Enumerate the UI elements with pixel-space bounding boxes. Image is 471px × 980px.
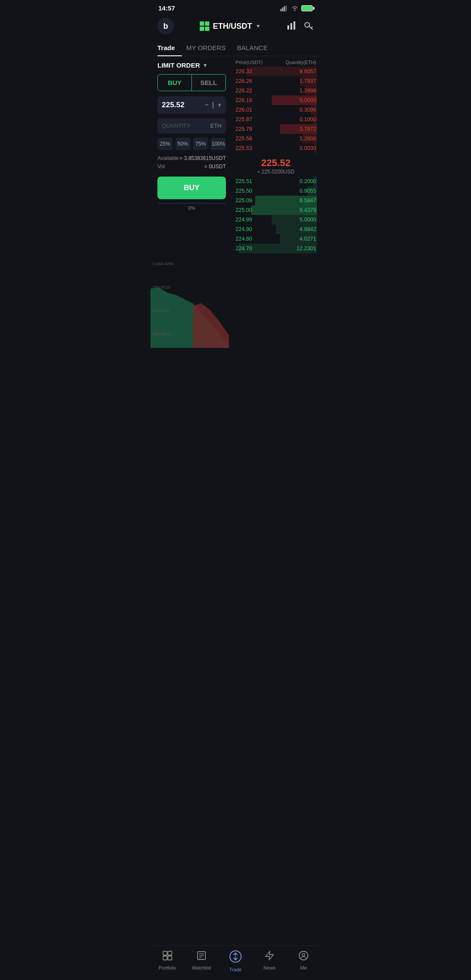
- bar-bg: [313, 115, 317, 124]
- bar-bg: [280, 234, 317, 244]
- nav-news[interactable]: News: [256, 950, 283, 972]
- pct-100-button[interactable]: 100%: [211, 138, 226, 150]
- nav-trade[interactable]: Trade: [222, 950, 249, 972]
- svg-text:261.6573: 261.6573: [153, 331, 171, 336]
- sell-order-row[interactable]: 226.01 0.3096: [235, 105, 317, 115]
- pct-50-button[interactable]: 50%: [175, 138, 191, 150]
- available-row: Available = 3.85383615USDT: [157, 155, 226, 161]
- svg-text:1,046.6294: 1,046.6294: [153, 261, 174, 266]
- orderbook-header: Price(USDT) Quantity(ETH): [235, 60, 317, 65]
- bar-bg: [255, 196, 317, 205]
- bottom-spacer: [150, 349, 321, 384]
- portfolio-icon: [162, 950, 173, 963]
- buy-price: 224.99: [236, 217, 252, 223]
- sell-price: 226.16: [236, 97, 252, 103]
- sell-order-row[interactable]: 225.53 0.0030: [235, 143, 317, 153]
- key-icon[interactable]: [304, 21, 314, 32]
- svg-text:523.3147: 523.3147: [153, 308, 171, 313]
- bar-bg: [251, 205, 317, 215]
- sell-order-row[interactable]: 225.87 0.1000: [235, 115, 317, 124]
- buy-order-row[interactable]: 225.51 0.2000: [235, 177, 317, 186]
- chart-bar-icon[interactable]: [287, 21, 296, 32]
- buy-order-row[interactable]: 225.50 0.9055: [235, 186, 317, 196]
- buy-order-row[interactable]: 224.90 4.8842: [235, 225, 317, 234]
- bar-bg: [280, 124, 317, 134]
- buy-orders: 225.51 0.2000 225.50 0.9055 225.09 8.584…: [235, 177, 317, 253]
- buy-price: 225.51: [236, 178, 252, 184]
- current-price-value: 225.52: [235, 157, 317, 169]
- left-panel: LIMIT ORDER ▼ BUY SELL − | + QUANTITY ET…: [150, 56, 231, 253]
- nav-portfolio[interactable]: Portfolio: [154, 950, 181, 972]
- trade-icon: [229, 950, 242, 965]
- buy-order-row[interactable]: 225.00 9.4379: [235, 205, 317, 215]
- buy-toggle[interactable]: BUY: [158, 75, 192, 91]
- price-header: Price(USDT): [236, 60, 263, 65]
- sell-order-row[interactable]: 226.26 1.7937: [235, 76, 317, 86]
- buy-order-row[interactable]: 224.80 4.0271: [235, 234, 317, 244]
- sell-orders: 226.32 9.8057 226.26 1.7937 226.22 1.399…: [235, 67, 317, 153]
- depth-chart-svg: 1,046.6294 784.9720 523.3147 261.6573: [150, 253, 229, 349]
- decrement-button[interactable]: −: [205, 101, 208, 109]
- sell-order-row[interactable]: 225.58 1.2600: [235, 134, 317, 143]
- time-display: 14:57: [158, 4, 175, 12]
- svg-rect-6: [290, 23, 292, 30]
- battery-icon: [301, 5, 313, 11]
- buy-order-row[interactable]: 224.70 12.2301: [235, 244, 317, 253]
- tab-balance[interactable]: BALANCE: [237, 40, 275, 56]
- percentage-buttons: 25% 50% 75% 100%: [157, 138, 226, 150]
- quantity-input-field[interactable]: QUANTITY ETH: [157, 118, 226, 133]
- svg-point-24: [299, 951, 308, 960]
- sell-order-row[interactable]: 226.22 1.3999: [235, 86, 317, 95]
- sell-order-row[interactable]: 225.79 3.7872: [235, 124, 317, 134]
- wifi-icon: [291, 5, 299, 11]
- sell-toggle[interactable]: SELL: [192, 75, 225, 91]
- order-type-selector[interactable]: LIMIT ORDER ▼: [157, 61, 226, 69]
- logo-button[interactable]: b: [157, 18, 174, 34]
- nav-me[interactable]: Me: [290, 950, 317, 972]
- available-label: Available: [157, 155, 178, 161]
- buy-price: 224.80: [236, 236, 252, 242]
- buy-order-row[interactable]: 224.99 5.0000: [235, 215, 317, 225]
- quantity-unit: ETH: [210, 122, 222, 129]
- svg-point-25: [302, 953, 305, 956]
- pair-selector-button[interactable]: ETH/USDT ▼: [200, 21, 261, 31]
- status-bar: 14:57: [150, 0, 321, 14]
- me-icon: [298, 950, 309, 963]
- sell-price: 226.22: [236, 88, 252, 94]
- increment-button[interactable]: +: [218, 101, 222, 109]
- nav-watchlist[interactable]: Watchlist: [188, 950, 215, 972]
- bar-bg: [276, 225, 317, 234]
- buy-price: 225.00: [236, 207, 252, 213]
- buy-order-row[interactable]: 225.09 8.5847: [235, 196, 317, 205]
- watchlist-icon: [196, 950, 207, 963]
- pct-75-button[interactable]: 75%: [193, 138, 208, 150]
- buy-price: 225.50: [236, 188, 252, 194]
- bar-bg: [305, 86, 317, 95]
- pair-grid-icon: [200, 21, 209, 31]
- price-input[interactable]: [162, 101, 205, 109]
- vol-value: = 0USDT: [204, 163, 226, 170]
- sell-order-row[interactable]: 226.32 9.8057: [235, 67, 317, 76]
- buy-submit-button[interactable]: BUY: [157, 177, 226, 199]
- svg-rect-5: [287, 25, 289, 30]
- signal-icon: [280, 5, 288, 11]
- vol-row: Vol = 0USDT: [157, 163, 226, 170]
- bar-bg: [314, 143, 317, 153]
- svg-point-8: [305, 22, 310, 27]
- sell-price: 225.87: [236, 116, 252, 122]
- bar-bg: [272, 95, 317, 105]
- tab-my-orders[interactable]: MY ORDERS: [186, 40, 233, 56]
- sell-order-row[interactable]: 226.16 5.0000: [235, 95, 317, 105]
- main-content: LIMIT ORDER ▼ BUY SELL − | + QUANTITY ET…: [150, 56, 321, 253]
- pct-25-button[interactable]: 25%: [157, 138, 173, 150]
- order-type-arrow: ▼: [203, 62, 208, 68]
- depth-chart-section: 1,046.6294 784.9720 523.3147 261.6573: [150, 253, 321, 349]
- tab-trade[interactable]: Trade: [157, 40, 182, 56]
- sell-price: 226.26: [236, 78, 252, 84]
- progress-bar: [157, 203, 226, 204]
- svg-rect-17: [163, 951, 167, 955]
- price-controls: − | +: [205, 101, 222, 109]
- svg-rect-0: [280, 9, 282, 11]
- order-book: Price(USDT) Quantity(ETH) 226.32 9.8057 …: [231, 56, 321, 253]
- bottom-navigation: Portfolio Watchlist Trade News: [150, 946, 321, 980]
